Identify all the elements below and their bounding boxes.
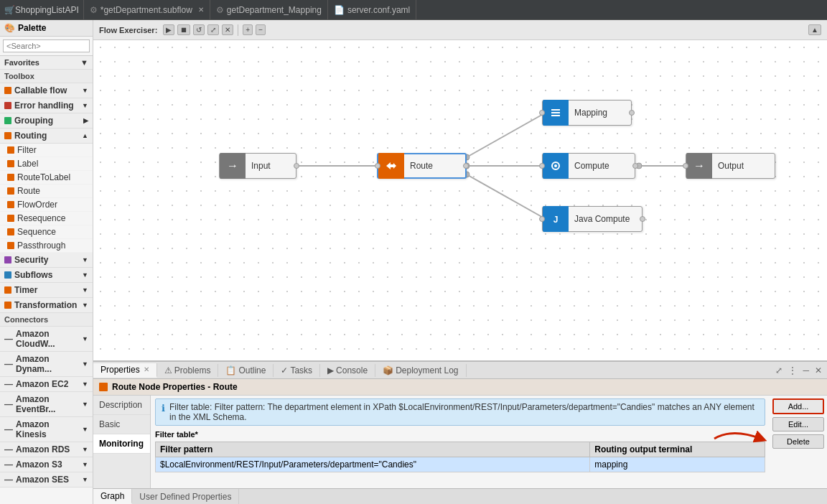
connector-eventbridge[interactable]: — Amazon EventBr... ▼ [0,392,93,417]
palette-item-floworder[interactable]: FlowOrder [0,198,93,212]
palette-item-resequence[interactable]: Resequence [0,212,93,225]
connector-dynamodb[interactable]: — Amazon Dynam... ▼ [0,352,93,377]
bottom-panel-open-btn[interactable]: ⤢ [773,364,785,377]
bottom-panel-close-btn[interactable]: ✕ [813,364,824,377]
table-row[interactable]: $LocalEnvironment/REST/Input/Parameters/… [156,457,765,472]
props-tab-monitoring-label: Monitoring [99,439,144,449]
route-connector-left [375,163,380,169]
subflow-tab-close[interactable]: ✕ [198,6,204,14]
props-tab-basic[interactable]: Basic [93,415,150,434]
favorites-section-header[interactable]: Favorites ▼ [0,56,93,70]
tab-mapping[interactable]: ⚙ getDepartment_Mapping [210,0,328,19]
edit-button[interactable]: Edit... [772,417,824,431]
props-tab-basic-label: Basic [99,419,120,429]
bottom-sub-tab-graph[interactable]: Graph [93,489,132,504]
grouping-color [4,117,11,124]
props-left-tabs: Description Basic Monitoring [93,396,151,488]
section-grouping[interactable]: Grouping ▶ [0,113,93,129]
toolbar-btn-collapse[interactable]: ▲ [808,24,821,35]
toolbar-btn-zoom-in[interactable]: + [243,24,253,35]
timer-label: Timer [14,285,37,295]
node-java-compute[interactable]: J Java Compute [542,206,643,232]
toolbar-btn-fit[interactable]: ⤢ [207,24,219,35]
section-security[interactable]: Security ▼ [0,253,93,268]
bottom-tab-tasks[interactable]: ✓ Tasks [274,364,320,377]
add-button[interactable]: Add... [772,398,824,414]
floworder-dot [7,201,14,208]
palette-item-passthrough[interactable]: Passthrough [0,239,93,253]
palette-item-filter[interactable]: Filter [0,144,93,157]
app-icon[interactable]: 🛒 ShoppingListAPI [0,0,84,19]
node-route[interactable]: Route [377,153,467,179]
props-right-buttons: Add... Edit... Delete [770,396,827,488]
tab-subflow[interactable]: ⚙ *getDepartment.subflow ✕ [84,0,210,19]
toolbar-btn-run[interactable]: ▶ [163,24,174,35]
palette-icon: 🎨 [4,23,15,33]
bottom-tab-deployment[interactable]: 📦 Deployment Log [375,364,466,377]
bottom-tab-outline[interactable]: 📋 Outline [218,364,274,377]
bottom-tab-console[interactable]: ▶ Console [320,364,375,377]
node-mapping[interactable]: Mapping [542,100,632,126]
connector-rds[interactable]: — Amazon RDS ▼ [0,442,93,457]
filter-table-label: Filter table* [155,430,765,439]
bottom-sub-tab-user-defined[interactable]: User Defined Properties [132,489,239,504]
bottom-tab-properties[interactable]: Properties ✕ [93,363,157,378]
ses-label: Amazon SES [16,475,69,485]
node-output[interactable]: → Output [686,153,775,179]
section-routing[interactable]: Routing ▲ [0,129,93,144]
subflow-tab-icon: ⚙ [90,5,98,15]
section-subflows[interactable]: Subflows ▼ [0,268,93,283]
routing-label: Routing [14,131,47,141]
flow-canvas[interactable]: → Input Route [93,40,827,360]
section-transformation[interactable]: Transformation ▼ [0,298,93,313]
palette-item-label[interactable]: Label [0,157,93,171]
passthrough-label: Passthrough [17,241,65,251]
subflows-chevron: ▼ [82,271,88,279]
sequence-label: Sequence [17,227,56,237]
rds-chevron: ▼ [82,446,88,453]
info-icon: ℹ [162,403,165,414]
connector-kinesis[interactable]: — Amazon Kinesis ▼ [0,417,93,442]
bottom-panel: Properties ✕ ⚠ Problems 📋 Outline ✓ Task… [93,360,827,504]
section-error-handling[interactable]: Error handling ▼ [0,98,93,113]
bottom-panel-menu-btn[interactable]: ⋮ [786,364,799,377]
mapping-connector-left [539,110,545,116]
connector-ec2[interactable]: — Amazon EC2 ▼ [0,377,93,392]
callable-flow-chevron: ▼ [82,87,88,94]
toolbar-btn-reset[interactable]: ↺ [193,24,205,35]
palette-item-route[interactable]: Route [0,185,93,198]
properties-tab-close[interactable]: ✕ [144,365,149,373]
node-input[interactable]: → Input [219,153,296,179]
connector-ses[interactable]: — Amazon SES ▼ [0,472,93,487]
kinesis-label: Amazon Kinesis [16,419,82,439]
problems-tab-icon: ⚠ [164,365,172,375]
route-connector-right [463,163,469,169]
section-timer[interactable]: Timer ▼ [0,283,93,298]
resequence-label: Resequence [17,213,65,223]
toolbar-btn-stop[interactable]: ⏹ [177,24,190,35]
toolbar-btn-close[interactable]: ✕ [222,24,233,35]
palette-item-routetolabel[interactable]: RouteToLabel [0,171,93,185]
connector-s3[interactable]: — Amazon S3 ▼ [0,457,93,472]
props-tab-description[interactable]: Description [93,396,150,415]
grouping-chevron: ▶ [83,117,88,124]
routetolabel-label: RouteToLabel [17,172,70,182]
props-tab-monitoring[interactable]: Monitoring [93,434,150,454]
toolbar-btn-zoom-out[interactable]: − [256,24,266,35]
node-compute[interactable]: Compute [542,153,635,179]
connector-cloudwatch[interactable]: — Amazon CloudW... ▼ [0,327,93,352]
tab-yaml[interactable]: 📄 server.conf.yaml [328,0,416,19]
palette-item-sequence[interactable]: Sequence [0,225,93,239]
palette-search-input[interactable] [3,39,90,52]
error-handling-label: Error handling [14,101,74,111]
output-connector-left [683,163,688,169]
section-callable-flow[interactable]: Callable flow ▼ [0,83,93,98]
bottom-panel-minimize-btn[interactable]: ─ [800,364,811,377]
bottom-tab-problems[interactable]: ⚠ Problems [157,364,219,377]
subflow-tab-label: *getDepartment.subflow [101,5,192,15]
deployment-tab-label: Deployment Log [396,365,458,375]
delete-button[interactable]: Delete [772,434,824,449]
java-compute-connector-left [539,216,545,222]
mapping-connector-right [629,110,635,116]
properties-tab-label: Properties [101,365,140,375]
